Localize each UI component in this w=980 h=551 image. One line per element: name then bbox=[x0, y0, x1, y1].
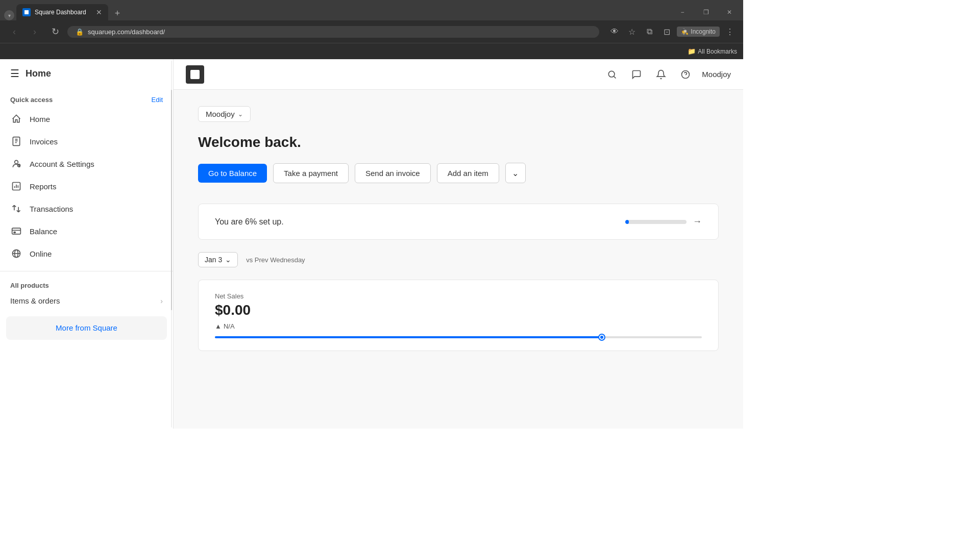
minimize-button[interactable]: − bbox=[671, 4, 694, 20]
metric-chart bbox=[215, 336, 702, 338]
date-filter: Jan 3 ⌄ vs Prev Wednesday bbox=[198, 252, 719, 267]
date-filter-button[interactable]: Jan 3 ⌄ bbox=[198, 252, 238, 267]
menu-icon[interactable]: ⋮ bbox=[723, 24, 737, 39]
balance-label: Balance bbox=[30, 227, 57, 236]
change-arrow-icon: ▲ bbox=[215, 322, 222, 330]
bookmark-star-icon[interactable]: ☆ bbox=[625, 24, 639, 39]
sidebar-item-balance[interactable]: Balance bbox=[0, 220, 173, 242]
svg-point-1 bbox=[15, 160, 18, 164]
quick-access-edit-link[interactable]: Edit bbox=[152, 96, 163, 104]
setup-arrow-icon[interactable]: → bbox=[693, 216, 702, 227]
close-window-button[interactable]: ✕ bbox=[718, 4, 741, 20]
sidebar-divider bbox=[0, 271, 173, 271]
business-name: Moodjoy bbox=[206, 110, 235, 118]
back-button[interactable]: ‹ bbox=[6, 23, 22, 40]
close-tab-button[interactable]: ✕ bbox=[96, 8, 102, 16]
send-invoice-button[interactable]: Send an invoice bbox=[355, 163, 431, 183]
incognito-badge: 🕵 Incognito bbox=[677, 27, 720, 37]
sidebar-item-transactions[interactable]: Transactions bbox=[0, 197, 173, 220]
sidebar-item-items-orders[interactable]: Items & orders › bbox=[0, 291, 173, 310]
tab-title: Square Dashboard bbox=[35, 9, 92, 16]
help-icon[interactable] bbox=[677, 66, 694, 83]
go-to-balance-button[interactable]: Go to Balance bbox=[198, 164, 267, 183]
metric-change: ▲ N/A bbox=[215, 322, 702, 330]
sidebar-item-account-settings[interactable]: Account & Settings bbox=[0, 153, 173, 175]
change-label: N/A bbox=[224, 322, 235, 330]
sidebar-item-online[interactable]: Online bbox=[0, 242, 173, 265]
business-selector[interactable]: Moodjoy ⌄ bbox=[198, 106, 251, 122]
chat-icon[interactable] bbox=[628, 66, 645, 83]
invoices-icon bbox=[10, 135, 22, 147]
metric-chart-dot bbox=[599, 335, 604, 340]
tab-history-btn[interactable]: ▾ bbox=[4, 10, 14, 20]
business-selector-chevron-icon: ⌄ bbox=[238, 111, 243, 118]
online-icon bbox=[10, 247, 22, 260]
metric-chart-line bbox=[215, 336, 604, 338]
reload-button[interactable]: ↻ bbox=[47, 23, 63, 40]
sidebar-item-reports[interactable]: Reports bbox=[0, 175, 173, 197]
main-content: Moodjoy Moodjoy ⌄ Welcome back. Go to Ba… bbox=[174, 59, 743, 429]
all-products-label: All products bbox=[0, 278, 173, 291]
more-from-square-button[interactable]: More from Square bbox=[6, 316, 167, 340]
svg-rect-5 bbox=[14, 232, 15, 233]
setup-progress-bar bbox=[625, 220, 687, 224]
account-settings-label: Account & Settings bbox=[30, 160, 94, 168]
sidebar-item-invoices[interactable]: Invoices bbox=[0, 130, 173, 153]
address-bar[interactable]: 🔒 squaruep.com/dashboard/ bbox=[67, 26, 599, 38]
reports-icon bbox=[10, 180, 22, 192]
all-bookmarks[interactable]: 📁 All Bookmarks bbox=[688, 47, 737, 55]
new-tab-button[interactable]: + bbox=[110, 6, 125, 20]
setup-text: You are 6% set up. bbox=[215, 217, 284, 227]
svg-rect-4 bbox=[12, 228, 21, 234]
transactions-icon bbox=[10, 203, 22, 215]
eye-slash-icon: 👁 bbox=[607, 24, 622, 39]
top-nav: Moodjoy bbox=[174, 59, 743, 90]
sidebar-item-home[interactable]: Home bbox=[0, 108, 173, 130]
hamburger-menu-icon[interactable]: ☰ bbox=[10, 67, 19, 80]
chevron-right-icon: › bbox=[160, 297, 163, 305]
welcome-heading: Welcome back. bbox=[198, 134, 719, 151]
sidebar-title: Home bbox=[26, 68, 51, 79]
maximize-button[interactable]: ❐ bbox=[694, 4, 718, 20]
net-sales-value: $0.00 bbox=[215, 302, 702, 318]
forward-button[interactable]: › bbox=[27, 23, 43, 40]
online-label: Online bbox=[30, 249, 52, 258]
square-logo bbox=[186, 65, 204, 84]
browser-tab: Square Dashboard ✕ bbox=[16, 4, 108, 20]
chevron-down-icon: ⌄ bbox=[512, 168, 519, 178]
metrics-section: Net Sales $0.00 ▲ N/A bbox=[198, 280, 719, 351]
items-orders-label: Items & orders bbox=[10, 296, 60, 305]
date-label: Jan 3 bbox=[205, 256, 222, 264]
quick-access-label: Quick access bbox=[10, 96, 53, 104]
url-display: squaruep.com/dashboard/ bbox=[88, 28, 165, 36]
svg-point-8 bbox=[609, 71, 615, 77]
transactions-label: Transactions bbox=[30, 205, 73, 213]
home-label: Home bbox=[30, 115, 50, 123]
add-item-button[interactable]: Add an item bbox=[437, 163, 499, 183]
progress-bar-fill bbox=[625, 220, 629, 224]
account-settings-icon bbox=[10, 158, 22, 170]
balance-icon bbox=[10, 225, 22, 237]
comparison-label: vs Prev Wednesday bbox=[246, 256, 305, 264]
more-actions-button[interactable]: ⌄ bbox=[505, 163, 526, 183]
take-payment-button[interactable]: Take a payment bbox=[273, 163, 349, 183]
sidebar: ☰ Home Quick access Edit bbox=[0, 59, 174, 429]
net-sales-label: Net Sales bbox=[215, 292, 702, 300]
extensions-icon[interactable]: ⧉ bbox=[642, 24, 656, 39]
bell-icon[interactable] bbox=[653, 66, 669, 83]
invoices-label: Invoices bbox=[30, 137, 58, 146]
action-buttons: Go to Balance Take a payment Send an inv… bbox=[198, 163, 719, 183]
reports-label: Reports bbox=[30, 182, 57, 191]
home-icon bbox=[10, 113, 22, 125]
tab-favicon bbox=[22, 8, 31, 16]
search-icon[interactable] bbox=[604, 66, 620, 83]
date-chevron-icon: ⌄ bbox=[225, 256, 231, 264]
scroll-track bbox=[170, 59, 173, 429]
setup-card: You are 6% set up. → bbox=[198, 204, 719, 240]
user-name[interactable]: Moodjoy bbox=[702, 70, 731, 79]
profile-icon[interactable]: ⊡ bbox=[659, 24, 674, 39]
